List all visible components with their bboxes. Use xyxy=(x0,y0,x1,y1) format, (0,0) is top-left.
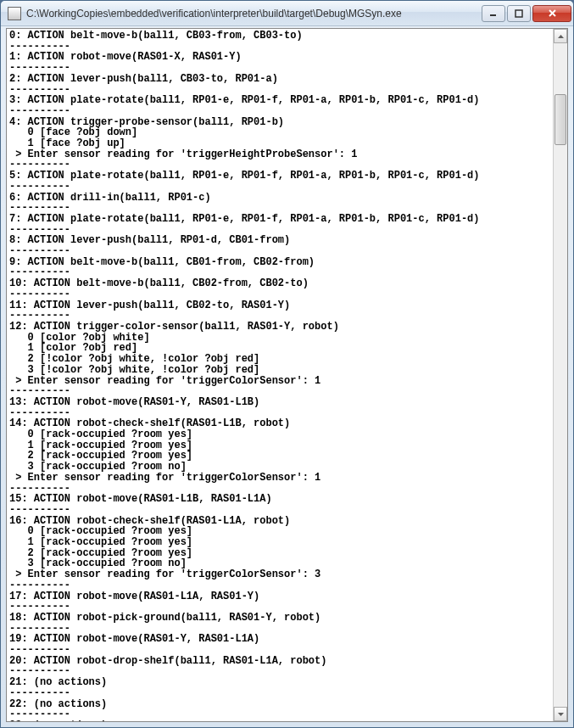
chevron-down-icon xyxy=(558,713,564,716)
close-button[interactable] xyxy=(532,5,571,22)
maximize-button[interactable] xyxy=(507,5,531,22)
app-icon xyxy=(8,7,21,20)
vertical-scrollbar[interactable] xyxy=(553,29,567,721)
titlebar[interactable]: C:\WorkingCopies\embedded\verification\i… xyxy=(1,1,573,26)
window-controls xyxy=(480,5,571,22)
close-icon xyxy=(548,8,557,18)
scrollbar-track[interactable] xyxy=(554,43,567,707)
svg-marker-5 xyxy=(558,713,564,716)
scrollbar-thumb[interactable] xyxy=(554,94,566,145)
minimize-icon xyxy=(489,9,498,18)
chevron-up-icon xyxy=(558,35,564,38)
svg-rect-1 xyxy=(515,10,522,17)
minimize-button[interactable] xyxy=(482,5,505,22)
scroll-up-button[interactable] xyxy=(554,29,567,43)
client-area: 0: ACTION belt-move-b(ball1, CB03-from, … xyxy=(6,28,568,722)
scroll-down-button[interactable] xyxy=(554,707,567,721)
svg-marker-4 xyxy=(558,35,564,38)
maximize-icon xyxy=(515,9,523,18)
console-output: 0: ACTION belt-move-b(ball1, CB03-from, … xyxy=(7,29,553,721)
window-title: C:\WorkingCopies\embedded\verification\i… xyxy=(26,8,480,20)
application-window: C:\WorkingCopies\embedded\verification\i… xyxy=(0,0,574,728)
